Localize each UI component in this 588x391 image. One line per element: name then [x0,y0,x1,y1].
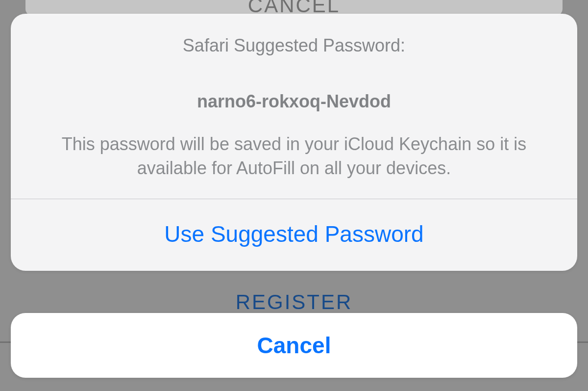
background-register-label: REGISTER [0,290,588,314]
action-sheet: Safari Suggested Password: narno6-rokxoq… [11,14,577,271]
sheet-description: This password will be saved in your iClo… [30,132,558,180]
suggested-password: narno6-rokxoq-Nevdod [30,91,558,112]
use-suggested-password-button[interactable]: Use Suggested Password [11,199,577,271]
sheet-title: Safari Suggested Password: [30,35,558,56]
action-sheet-message: Safari Suggested Password: narno6-rokxoq… [11,14,577,199]
cancel-button[interactable]: Cancel [11,313,577,378]
